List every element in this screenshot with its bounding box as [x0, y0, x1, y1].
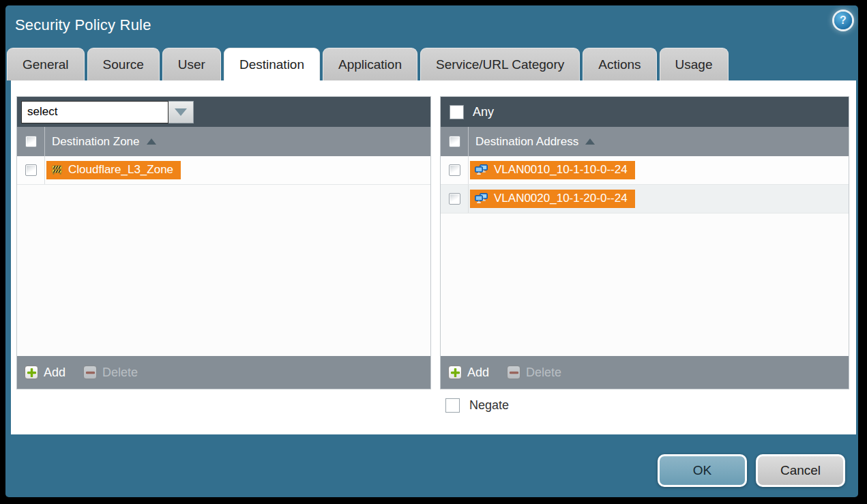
row-checkbox-cell — [441, 185, 469, 213]
tab-service-url-category[interactable]: Service/URL Category — [420, 48, 580, 80]
add-zone-button[interactable]: Add — [25, 366, 65, 380]
address-select-all-checkbox[interactable] — [449, 136, 460, 147]
row-checkbox[interactable] — [25, 164, 37, 176]
tab-destination[interactable]: Destination — [224, 48, 320, 80]
address-table-body: VLAN0010_10-1-10-0--24 — [441, 156, 849, 356]
address-entry[interactable]: VLAN0020_10-1-20-0--24 — [470, 190, 635, 208]
minus-icon — [507, 366, 520, 379]
title-bar: Security Policy Rule ? — [5, 5, 858, 48]
tab-source[interactable]: Source — [87, 48, 160, 80]
sort-ascending-icon — [147, 138, 156, 145]
ok-button[interactable]: OK — [658, 454, 747, 487]
cancel-button[interactable]: Cancel — [756, 454, 845, 487]
any-address-label: Any — [473, 105, 494, 119]
address-panel-toolbar: Any — [441, 97, 849, 127]
zone-select-input[interactable] — [21, 101, 168, 123]
help-icon[interactable]: ? — [834, 12, 852, 29]
table-row: Cloudflare_L3_Zone — [17, 156, 430, 185]
address-column-label[interactable]: Destination Address — [475, 135, 578, 149]
tab-user[interactable]: User — [162, 48, 221, 80]
address-entry-label: VLAN0020_10-1-20-0--24 — [494, 192, 628, 205]
any-address-checkbox[interactable] — [450, 105, 464, 119]
zone-icon — [51, 165, 63, 175]
tab-application[interactable]: Application — [323, 48, 417, 80]
tab-bar: General Source User Destination Applicat… — [7, 48, 729, 80]
zone-panel-toolbar — [17, 97, 430, 127]
zone-select-combobox — [21, 101, 194, 123]
address-panel-footer: Add Delete — [441, 356, 849, 389]
zone-select-all-checkbox[interactable] — [25, 136, 37, 147]
zone-select-dropdown-button[interactable] — [168, 101, 194, 123]
table-row: VLAN0010_10-1-10-0--24 — [441, 156, 849, 185]
row-checkbox[interactable] — [449, 164, 460, 176]
zone-entry-label: Cloudflare_L3_Zone — [68, 163, 173, 177]
plus-icon — [25, 366, 38, 379]
destination-tab-content: Destination Zone — [11, 80, 856, 434]
row-checkbox[interactable] — [449, 193, 460, 205]
zone-table-body: Cloudflare_L3_Zone — [17, 156, 430, 356]
delete-address-label: Delete — [526, 366, 561, 380]
delete-zone-label: Delete — [102, 366, 138, 380]
address-select-all-cell — [441, 127, 469, 156]
network-address-icon — [475, 193, 488, 204]
address-column-header: Destination Address — [441, 127, 849, 156]
destination-address-panel: Any Destination Address — [440, 96, 849, 389]
delete-address-button[interactable]: Delete — [507, 366, 561, 380]
sort-ascending-icon — [585, 138, 595, 145]
minus-icon — [83, 366, 97, 379]
tab-general[interactable]: General — [7, 48, 85, 80]
destination-zone-panel: Destination Zone — [16, 96, 431, 389]
add-zone-label: Add — [44, 366, 65, 380]
zone-column-label[interactable]: Destination Zone — [52, 135, 140, 149]
security-policy-rule-dialog: Security Policy Rule ? General Source Us… — [5, 5, 858, 497]
tab-actions[interactable]: Actions — [583, 48, 656, 80]
zone-select-all-cell — [17, 127, 45, 156]
zone-column-header: Destination Zone — [17, 127, 430, 156]
row-checkbox-cell — [17, 156, 45, 184]
delete-zone-button[interactable]: Delete — [83, 366, 138, 380]
zone-entry[interactable]: Cloudflare_L3_Zone — [46, 161, 181, 179]
plus-icon — [448, 366, 462, 379]
negate-label: Negate — [469, 398, 509, 413]
address-entry[interactable]: VLAN0010_10-1-10-0--24 — [470, 161, 635, 179]
zone-panel-footer: Add Delete — [17, 356, 430, 389]
negate-option: Negate — [445, 398, 509, 413]
dialog-title: Security Policy Rule — [15, 16, 151, 34]
table-row: VLAN0020_10-1-20-0--24 — [441, 185, 849, 213]
any-address-option: Any — [445, 105, 494, 119]
network-address-icon — [475, 164, 488, 175]
row-checkbox-cell — [441, 156, 469, 184]
chevron-down-icon — [175, 108, 187, 116]
tab-usage[interactable]: Usage — [660, 48, 729, 80]
add-address-button[interactable]: Add — [448, 366, 489, 380]
negate-checkbox[interactable] — [445, 398, 460, 413]
address-entry-label: VLAN0010_10-1-10-0--24 — [494, 163, 628, 177]
add-address-label: Add — [467, 366, 489, 380]
